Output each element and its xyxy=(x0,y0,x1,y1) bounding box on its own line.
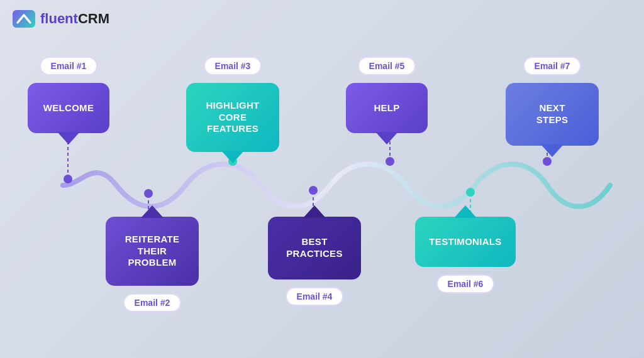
email-3-title: HIGHLIGHTCOREFEATURES xyxy=(206,100,259,135)
email-node-2: REITERATETHEIRPROBLEM Email #2 xyxy=(106,217,199,312)
email-6-title: TESTIMONIALS xyxy=(429,236,501,248)
logo: fluentCRM xyxy=(13,10,109,28)
logo-crm: CRM xyxy=(78,11,109,26)
svg-point-14 xyxy=(543,157,552,166)
email-3-label: Email #3 xyxy=(204,57,262,75)
email-4-bubble: BESTPRACTICES xyxy=(268,217,361,279)
email-1-label: Email #1 xyxy=(40,57,98,75)
svg-point-2 xyxy=(64,175,72,183)
email-2-label: Email #2 xyxy=(123,293,182,312)
email-7-label: Email #7 xyxy=(523,57,582,75)
email-5-label: Email #5 xyxy=(358,57,416,75)
email-5-title: HELP xyxy=(374,102,399,114)
email-1-title: WELCOME xyxy=(43,102,94,114)
email-node-5: Email #5 HELP xyxy=(346,57,428,133)
email-node-7: Email #7 NEXTSTEPS xyxy=(506,57,599,146)
logo-fluent: fluent xyxy=(40,11,78,26)
email-4-title: BESTPRACTICES xyxy=(286,236,342,260)
email-node-4: BESTPRACTICES Email #4 xyxy=(268,217,361,306)
email-node-1: Email #1 WELCOME xyxy=(28,57,109,133)
svg-point-10 xyxy=(386,157,394,166)
svg-rect-0 xyxy=(13,10,35,28)
email-2-title: REITERATETHEIRPROBLEM xyxy=(125,234,180,269)
logo-text: fluentCRM xyxy=(40,11,109,27)
email-7-bubble: NEXTSTEPS xyxy=(506,83,599,146)
svg-point-4 xyxy=(144,189,153,198)
email-node-3: Email #3 HIGHLIGHTCOREFEATURES xyxy=(186,57,279,152)
email-1-bubble: WELCOME xyxy=(28,83,109,133)
email-node-6: TESTIMONIALS Email #6 xyxy=(415,217,516,293)
email-3-bubble: HIGHLIGHTCOREFEATURES xyxy=(186,83,279,152)
logo-icon xyxy=(13,10,35,28)
email-4-label: Email #4 xyxy=(286,287,344,306)
svg-point-12 xyxy=(466,188,475,197)
email-6-label: Email #6 xyxy=(436,274,495,293)
email-7-title: NEXTSTEPS xyxy=(536,102,569,126)
email-2-bubble: REITERATETHEIRPROBLEM xyxy=(106,217,199,286)
email-6-bubble: TESTIMONIALS xyxy=(415,217,516,267)
email-5-bubble: HELP xyxy=(346,83,428,133)
svg-point-8 xyxy=(309,186,318,195)
